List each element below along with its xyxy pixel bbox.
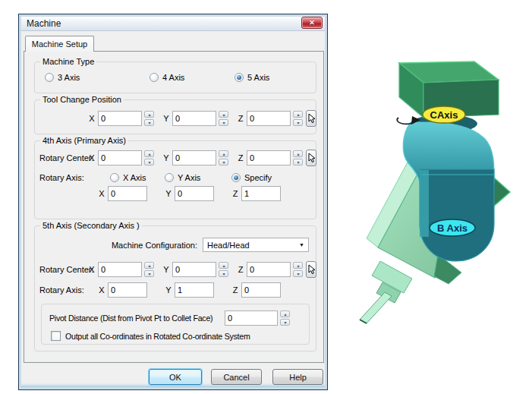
- axis4-specify-y-input[interactable]: [175, 186, 214, 201]
- arrow-down-icon: ▼: [147, 121, 151, 125]
- arrow-up-icon: ▲: [147, 263, 151, 267]
- output-rotated-label: Output all Co-ordinates in Rotated Co-or…: [65, 332, 250, 341]
- pivot-distance-label: Pivot Distance (Dist from Pivot Pt to Co…: [49, 314, 212, 323]
- axis5-rotary-axis-z-input[interactable]: [241, 282, 281, 298]
- coord-cell: X ▲ ▼: [89, 150, 154, 165]
- spinner-down-button[interactable]: ▼: [144, 270, 154, 277]
- coord-cell: Y ▲ ▼: [163, 111, 228, 126]
- radio-5-axis[interactable]: 5 Axis: [235, 73, 269, 82]
- spinner-up-button[interactable]: ▲: [219, 262, 228, 269]
- tab-page: Machine Type 3 Axis 4 Axis 5 Axis Tool C…: [24, 51, 324, 363]
- tool-change-pick-button[interactable]: [306, 110, 316, 127]
- tool-change-y-input[interactable]: [172, 111, 216, 126]
- pivot-distance-input[interactable]: [225, 310, 278, 326]
- spinner: ▲ ▼: [219, 111, 228, 126]
- close-button[interactable]: ✕: [301, 17, 323, 29]
- cancel-button[interactable]: Cancel: [211, 369, 262, 385]
- machine-configuration-value: Head/Head: [207, 241, 250, 250]
- spinner-down-button[interactable]: ▼: [293, 119, 303, 126]
- spinner-up-button[interactable]: ▲: [144, 150, 154, 157]
- titlebar[interactable]: Machine: [21, 17, 325, 31]
- tool-change-x-input[interactable]: [98, 111, 142, 126]
- spinner: ▲ ▼: [293, 262, 303, 277]
- output-rotated-checkbox[interactable]: [51, 331, 61, 341]
- axis5-rotary-center-y-input[interactable]: [172, 262, 216, 277]
- ok-button[interactable]: OK: [149, 369, 202, 385]
- coord-cell: Y ▲ ▼: [163, 150, 228, 165]
- spinner-down-button[interactable]: ▼: [144, 159, 154, 165]
- axis4-rotary-center-z-input[interactable]: [247, 150, 291, 165]
- axis-letter: Z: [238, 265, 244, 274]
- arrow-down-icon: ▼: [147, 160, 151, 164]
- axis4-rotary-center-x-input[interactable]: [98, 150, 142, 165]
- tab-machine-setup[interactable]: Machine Setup: [25, 36, 94, 52]
- axis-letter: Y: [163, 114, 169, 123]
- radio-x-axis[interactable]: X Axis: [110, 173, 165, 182]
- group-title: 5th Axis (Secondary Axis ): [40, 221, 142, 231]
- coord-cell: Y: [165, 186, 214, 201]
- axis5-rotary-center-pick-button[interactable]: [306, 261, 316, 278]
- spinner-down-button[interactable]: ▼: [219, 159, 228, 165]
- spinner-up-button[interactable]: ▲: [293, 150, 303, 157]
- radio-specify[interactable]: Specify: [231, 173, 272, 182]
- radio-4-axis[interactable]: 4 Axis: [150, 73, 235, 82]
- arrow-down-icon: ▼: [222, 121, 225, 125]
- tool-change-z-input[interactable]: [247, 111, 291, 126]
- axis4-specify-x-input[interactable]: [108, 186, 147, 201]
- spinner: ▲ ▼: [144, 150, 154, 165]
- spinner-up-button[interactable]: ▲: [219, 150, 228, 157]
- spinner-up-button[interactable]: ▲: [280, 310, 290, 317]
- axis4-rotary-center-y-input[interactable]: [172, 150, 216, 165]
- axis5-rotary-axis-row: Rotary Axis: X Y Z: [35, 282, 316, 298]
- spinner-down-button[interactable]: ▼: [219, 119, 228, 126]
- axis4-specify-z-input[interactable]: [241, 186, 281, 201]
- machine-configuration-select[interactable]: Head/Head ▼: [203, 238, 309, 252]
- axis4-rotary-center-row: Rotary Center: X ▲ ▼ Y ▲ ▼: [35, 150, 316, 166]
- output-rotated-row: Output all Co-ordinates in Rotated Co-or…: [42, 331, 309, 341]
- spinner-down-button[interactable]: ▼: [280, 319, 290, 326]
- axis4-specify-row: X Y Z: [35, 186, 316, 201]
- machine-type-group: Machine Type 3 Axis 4 Axis 5 Axis: [34, 61, 316, 93]
- axis5-rotary-axis-y-input[interactable]: [175, 282, 214, 298]
- arrow-down-icon: ▼: [222, 272, 225, 276]
- spinner-down-button[interactable]: ▼: [293, 159, 303, 165]
- rotary-axis-label: Rotary Axis:: [39, 173, 84, 182]
- spinner-down-button[interactable]: ▼: [219, 270, 228, 277]
- spinner-down-button[interactable]: ▼: [144, 119, 154, 126]
- spinner: ▲ ▼: [219, 262, 228, 277]
- machine-configuration-row: Machine Configuration: Head/Head ▼: [35, 238, 316, 252]
- arrow-down-icon: ▼: [296, 160, 300, 164]
- spinner: ▲ ▼: [293, 150, 303, 165]
- cursor-arrow-icon: [307, 153, 316, 163]
- spinner-up-button[interactable]: ▲: [144, 111, 154, 118]
- help-button[interactable]: Help: [272, 369, 323, 385]
- axis4-rotary-axis-row: Rotary Axis: X Axis Y Axis Specify: [35, 173, 316, 182]
- axis4-rotary-center-pick-button[interactable]: [306, 150, 316, 166]
- axis5-rotary-center-z-input[interactable]: [247, 262, 291, 277]
- arrow-up-icon: ▲: [296, 152, 300, 156]
- radio-3-axis[interactable]: 3 Axis: [45, 73, 150, 82]
- machine-3d-viewport[interactable]: CAxis B Axis: [353, 55, 532, 353]
- coord-cell: Z ▲ ▼: [238, 150, 303, 165]
- spinner-up-button[interactable]: ▲: [293, 262, 303, 269]
- axis-letter: X: [89, 114, 95, 123]
- spinner-down-button[interactable]: ▼: [293, 270, 303, 277]
- axis-letter: Z: [232, 285, 238, 295]
- spinner-up-button[interactable]: ▲: [293, 111, 303, 118]
- axis5-rotary-axis-x-input[interactable]: [108, 282, 147, 298]
- axis-letter: Y: [165, 189, 172, 198]
- machine-type-row: 3 Axis 4 Axis 5 Axis: [35, 73, 316, 82]
- radio-y-axis[interactable]: Y Axis: [165, 173, 231, 182]
- axis5-rotary-center-x-input[interactable]: [98, 262, 142, 277]
- axis-letter: X: [99, 285, 105, 295]
- radio-circle-icon: [110, 173, 119, 182]
- c-axis-label: CAxis: [423, 106, 465, 123]
- axis-letter: Z: [238, 153, 244, 162]
- axis5-group: 5th Axis (Secondary Axis ) Machine Confi…: [34, 225, 316, 351]
- rotary-center-label: Rotary Center:: [39, 265, 94, 274]
- radio-label: X Axis: [123, 173, 146, 182]
- spinner-up-button[interactable]: ▲: [219, 111, 228, 118]
- group-title: 4th Axis (Primary Axis): [40, 136, 128, 146]
- arrow-up-icon: ▲: [283, 312, 287, 316]
- spinner-up-button[interactable]: ▲: [144, 262, 154, 269]
